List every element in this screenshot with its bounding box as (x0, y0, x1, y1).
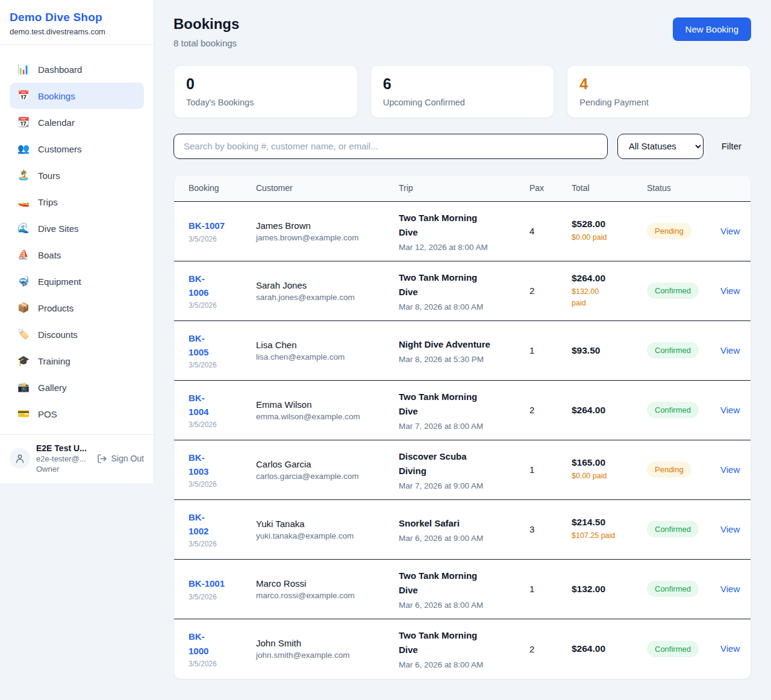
sidebar-footer: E2E Test U... e2e-tester@... Owner Sign … (0, 434, 154, 483)
status-cell: Pending (647, 223, 720, 239)
sidebar-item-tours[interactable]: 🏝️ Tours (10, 162, 144, 189)
trip-name: Snorkel Safari (399, 516, 529, 531)
trip-datetime: Mar 7, 2026 at 8:00 AM (399, 422, 529, 431)
paid-amount: $0.00 paid (572, 232, 647, 243)
sidebar-item-label: Training (38, 356, 70, 366)
sidebar-item-gallery[interactable]: 📸 Gallery (10, 374, 144, 401)
pax-cell: 1 (529, 345, 572, 355)
view-link[interactable]: View (720, 405, 740, 415)
sidebar-item-training[interactable]: 🎓 Training (10, 348, 144, 374)
sidebar-item-label: Calendar (38, 117, 75, 128)
sidebar-item-products[interactable]: 📦 Products (10, 295, 144, 321)
trip-name: Discover Scuba Diving (399, 449, 529, 478)
booking-cell: BK-1001 3/5/2026 (189, 577, 256, 601)
customer-email: emma.wilson@example.com (256, 412, 399, 421)
booking-date: 3/5/2026 (189, 301, 256, 310)
trip-datetime: Mar 6, 2026 at 9:00 AM (399, 534, 529, 543)
customer-cell: Lisa Chen lisa.chen@example.com (256, 340, 399, 361)
sidebar-item-calendar[interactable]: 📆 Calendar (10, 109, 144, 136)
customer-name: Carlos Garcia (256, 459, 399, 469)
calendar-icon: 📅 (17, 91, 30, 101)
graduation-cap-icon: 🎓 (17, 356, 30, 366)
status-cell: Pending (647, 461, 720, 478)
sidebar-item-boats[interactable]: ⛵ Boats (10, 242, 144, 268)
page: Demo Dive Shop demo.test.divestreams.com… (0, 0, 771, 700)
view-link[interactable]: View (720, 345, 740, 355)
status-cell: Confirmed (647, 521, 720, 537)
trip-datetime: Mar 8, 2026 at 5:30 PM (399, 355, 529, 364)
view-link[interactable]: View (720, 226, 740, 236)
trip-cell: Snorkel Safari Mar 6, 2026 at 9:00 AM (399, 516, 529, 543)
sidebar-item-label: Gallery (38, 383, 67, 393)
stat-card: 0 Today's Bookings (173, 65, 358, 118)
status-cell: Confirmed (647, 641, 720, 657)
status-cell: Confirmed (647, 402, 720, 418)
pax-cell: 2 (529, 286, 572, 296)
trip-name: Two Tank Morning Dive (399, 270, 529, 299)
stat-card: 4 Pending Payment (567, 65, 751, 118)
booking-ref-link[interactable]: BK- 1003 (189, 451, 256, 479)
pax-cell: 3 (529, 524, 572, 534)
booking-date: 3/5/2026 (189, 480, 256, 489)
sidebar-item-trips[interactable]: 🚤 Trips (10, 189, 144, 215)
trip-name: Two Tank Morning Dive (399, 569, 529, 598)
sidebar-item-dive-sites[interactable]: 🌊 Dive Sites (10, 215, 144, 242)
main-content: Bookings 8 total bookings New Booking 0 … (154, 0, 771, 699)
customer-name: John Smith (256, 638, 399, 648)
shop-domain: demo.test.divestreams.com (10, 27, 144, 36)
booking-ref-link[interactable]: BK- 1002 (189, 510, 256, 539)
table-row: BK- 1002 3/5/2026 Yuki Tanaka yuki.tanak… (174, 500, 751, 560)
status-badge: Pending (647, 223, 691, 239)
sidebar-item-bookings[interactable]: 📅 Bookings (10, 83, 144, 109)
booking-ref-link[interactable]: BK- 1000 (189, 630, 256, 658)
view-link[interactable]: View (720, 524, 740, 534)
customer-cell: Emma Wilson emma.wilson@example.com (256, 399, 399, 421)
sidebar-item-pos[interactable]: 💳 POS (10, 401, 144, 427)
booking-ref-link[interactable]: BK- 1006 (189, 272, 256, 300)
status-badge: Confirmed (647, 581, 699, 597)
new-booking-button[interactable]: New Booking (673, 17, 751, 41)
trip-cell: Two Tank Morning Dive Mar 7, 2026 at 8:0… (399, 390, 529, 431)
booking-date: 3/5/2026 (189, 660, 256, 668)
column-header-total: Total (572, 183, 647, 193)
booking-cell: BK- 1003 3/5/2026 (189, 451, 256, 489)
view-link[interactable]: View (720, 643, 740, 654)
view-link[interactable]: View (720, 286, 740, 296)
speedboat-icon: 🚤 (17, 197, 30, 207)
sign-out-label: Sign Out (111, 454, 144, 463)
total-amount: $264.00 (572, 273, 647, 284)
sidebar-item-customers[interactable]: 👥 Customers (10, 136, 144, 162)
status-badge: Confirmed (647, 402, 699, 418)
pax-cell: 2 (529, 644, 572, 654)
column-header-trip: Trip (399, 183, 529, 193)
column-header-status: Status (647, 183, 720, 193)
sidebar-item-equipment[interactable]: 🤿 Equipment (10, 268, 144, 295)
booking-ref-link[interactable]: BK-1007 (189, 219, 256, 233)
pax-cell: 1 (529, 584, 572, 594)
status-select[interactable]: All Statuses (617, 134, 704, 159)
booking-ref-link[interactable]: BK- 1004 (189, 391, 256, 419)
filter-button[interactable]: Filter (713, 141, 751, 151)
page-header-text: Bookings 8 total bookings (173, 16, 239, 48)
status-badge: Confirmed (647, 342, 699, 358)
sign-out-button[interactable]: Sign Out (97, 454, 145, 464)
sidebar-item-dashboard[interactable]: 📊 Dashboard (10, 56, 144, 83)
booking-ref-link[interactable]: BK-1001 (189, 577, 256, 590)
total-cell: $264.00 (572, 643, 647, 654)
trip-cell: Two Tank Morning Dive Mar 6, 2026 at 8:0… (399, 569, 529, 610)
actions-cell: View (720, 345, 741, 356)
sidebar-item-label: Trips (38, 197, 58, 207)
view-link[interactable]: View (720, 584, 740, 594)
booking-ref-link[interactable]: BK- 1005 (189, 331, 256, 360)
customer-cell: James Brown james.brown@example.com (256, 220, 399, 242)
sidebar-item-label: Dive Sites (38, 223, 79, 234)
total-amount: $528.00 (572, 219, 647, 230)
sidebar-nav: 📊 Dashboard 📅 Bookings 📆 Calendar 👥 Cust… (0, 45, 154, 434)
view-link[interactable]: View (720, 464, 740, 475)
stat-value: 0 (186, 76, 345, 93)
sidebar-item-discounts[interactable]: 🏷️ Discounts (10, 321, 144, 348)
table-row: BK-1007 3/5/2026 James Brown james.brown… (174, 202, 751, 261)
sidebar-item-label: Products (38, 303, 73, 313)
search-input[interactable] (173, 134, 608, 159)
booking-cell: BK- 1002 3/5/2026 (189, 510, 256, 549)
